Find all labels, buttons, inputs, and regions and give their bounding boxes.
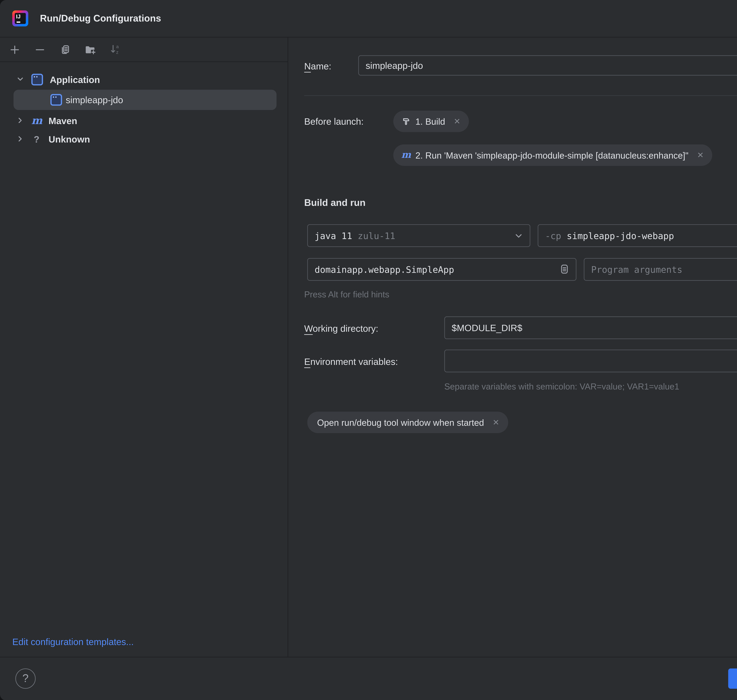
application-icon <box>31 74 43 85</box>
configurations-sidebar: a z Application sim <box>0 37 288 657</box>
press-alt-hint: Press Alt for field hints <box>304 290 389 299</box>
edit-configuration-templates-link[interactable]: Edit configuration templates... <box>12 637 134 647</box>
application-icon <box>50 94 62 106</box>
maven-icon: m <box>401 150 410 160</box>
remove-task-icon[interactable]: ✕ <box>454 117 460 126</box>
sidebar-toolbar: a z <box>0 37 288 62</box>
minus-icon <box>35 44 45 54</box>
dialog-title: Run/Debug Configurations <box>40 13 161 24</box>
tree-item-application[interactable]: Application <box>0 70 288 88</box>
remove-configuration-button[interactable] <box>34 44 46 55</box>
hammer-icon <box>401 117 410 126</box>
chevron-down-icon <box>514 231 523 240</box>
sort-az-icon: a z <box>110 44 121 55</box>
help-button[interactable]: ? <box>15 668 36 689</box>
remove-task-icon[interactable]: ✕ <box>697 150 704 160</box>
copy-icon <box>60 44 70 54</box>
chevron-down-icon[interactable] <box>16 76 25 83</box>
jre-vendor-hint: zulu-11 <box>358 231 395 241</box>
intellij-logo-icon: IJ <box>12 10 28 26</box>
before-launch-task-build[interactable]: 1. Build ✕ <box>393 110 469 132</box>
cp-flag: -cp <box>545 231 561 241</box>
plus-icon <box>10 44 20 54</box>
working-directory-field[interactable]: $MODULE_DIR$ <box>444 316 737 339</box>
expand-list-icon <box>560 264 569 275</box>
environment-variables-hint: Separate variables with semicolon: VAR=v… <box>444 382 679 391</box>
remove-option-icon[interactable]: ✕ <box>493 418 499 427</box>
configuration-form: Name: Store as project file <box>288 37 737 657</box>
main-class-field[interactable]: domainapp.webapp.SimpleApp <box>307 258 577 281</box>
tree-item-maven[interactable]: m Maven <box>0 111 288 130</box>
chevron-right-icon[interactable] <box>16 135 25 143</box>
environment-variables-label: Environment variables: <box>304 356 398 367</box>
new-folder-icon <box>85 44 96 54</box>
name-label: Name: <box>304 61 331 71</box>
jre-dropdown[interactable]: java 11 zulu-11 <box>307 224 530 247</box>
chevron-right-icon[interactable] <box>16 117 25 124</box>
working-directory-label: Working directory: <box>304 323 378 334</box>
add-configuration-button[interactable] <box>9 44 21 55</box>
program-arguments-placeholder: Program arguments <box>591 265 683 274</box>
title-bar: IJ Run/Debug Configurations ✕ <box>0 0 737 37</box>
environment-variables-field[interactable] <box>444 350 737 372</box>
name-input[interactable] <box>366 56 737 75</box>
tree-item-simpleapp-jdo-selected[interactable]: simpleapp-jdo <box>13 90 277 110</box>
ok-button[interactable]: OK <box>728 668 737 689</box>
unknown-type-icon: ? <box>31 134 42 144</box>
help-icon: ? <box>22 672 29 685</box>
classpath-module-dropdown[interactable]: -cp simpleapp-jdo-webapp <box>538 224 737 247</box>
svg-text:a: a <box>116 44 119 49</box>
name-section-divider <box>304 95 737 96</box>
maven-icon: m <box>31 115 42 126</box>
before-launch-label: Before launch: <box>304 116 363 126</box>
new-folder-button[interactable] <box>85 44 96 55</box>
open-tool-window-tag[interactable]: Open run/debug tool window when started … <box>307 412 508 433</box>
build-and-run-heading: Build and run <box>304 197 366 208</box>
program-arguments-field[interactable]: Program arguments <box>584 258 737 281</box>
sort-alphabetically-button[interactable]: a z <box>110 44 121 55</box>
run-debug-configurations-dialog: IJ Run/Debug Configurations ✕ <box>0 0 737 700</box>
name-field[interactable] <box>358 55 737 76</box>
copy-configuration-button[interactable] <box>60 44 71 55</box>
dialog-window: IJ Run/Debug Configurations ✕ <box>0 0 737 700</box>
tree-item-unknown[interactable]: ? Unknown <box>0 130 288 148</box>
svg-text:z: z <box>116 50 119 55</box>
configurations-tree: Application simpleapp-jdo m Maven <box>0 62 288 148</box>
before-launch-task-maven[interactable]: m 2. Run 'Maven 'simpleapp-jdo-module-si… <box>393 144 712 166</box>
dialog-footer: ? OK Cancel Apply <box>0 657 737 700</box>
